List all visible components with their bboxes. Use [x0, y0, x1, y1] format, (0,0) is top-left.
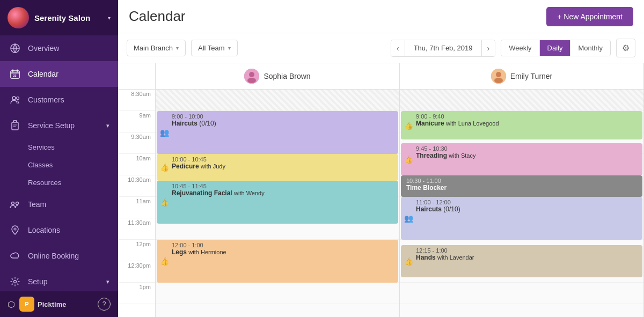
weekly-view-button[interactable]: Weekly [501, 40, 539, 56]
branch-label: Main Branch [134, 44, 173, 52]
sophia-schedule[interactable]: 👥 9:00 - 10:00 Haircuts (0/10) 👍 10:00 -… [156, 90, 400, 317]
daily-view-button[interactable]: Daily [540, 40, 571, 56]
appt-emily-threading-content: 9:45 - 10:30 Threading with Stacy [416, 145, 639, 159]
new-appointment-button[interactable]: + New Appointment [546, 7, 633, 26]
date-prev-button[interactable]: ‹ [391, 40, 405, 56]
sidebar-item-team-label: Team [28, 200, 109, 209]
sidebar-item-resources-label: Resources [28, 179, 61, 187]
sidebar: Serenity Salon ▾ Overview 23 Ca [0, 0, 118, 317]
sidebar-item-online-booking-label: Online Booking [28, 252, 109, 260]
appt-sophia-haircuts-content: 9:00 - 10:00 Haircuts (0/10) [172, 113, 395, 127]
team-dropdown[interactable]: All Team ▾ [191, 40, 238, 56]
appt-sophia-pedicure[interactable]: 👍 10:00 - 10:45 Pedicure with Judy [157, 154, 398, 181]
calendar-icon: 23 [9, 68, 21, 80]
calendar-body: 8:30am 9am 9:30am 10am 10:30am 11am 11:3… [118, 90, 644, 317]
people-icon [9, 198, 21, 211]
main-content: Calendar + New Appointment Main Branch ▾… [118, 0, 644, 317]
date-navigator: ‹ Thu, 7th Feb, 2019 › [391, 40, 495, 57]
sidebar-item-customers[interactable]: Customers [0, 87, 118, 113]
sidebar-item-classes-label: Classes [28, 161, 53, 169]
thumbs-up-hands-icon: 👍 [404, 257, 413, 266]
time-12pm: 12pm [118, 240, 155, 261]
staff-schedules: 👥 9:00 - 10:00 Haircuts (0/10) 👍 10:00 -… [156, 90, 644, 317]
staff-name-sophia: Sophia Brown [264, 72, 310, 80]
appt-sophia-pedicure-content: 10:00 - 10:45 Pedicure with Judy [172, 156, 395, 170]
thumbs-up-legs-icon: 👍 [160, 257, 169, 266]
brand-chevron-icon: ▾ [108, 15, 111, 21]
appt-sophia-legs[interactable]: 👍 12:00 - 1:00 Legs with Hermione [157, 240, 398, 283]
sidebar-footer: ⬡ P Picktime ? [0, 291, 118, 317]
time-930am: 9:30am [118, 132, 155, 154]
calendar-settings-button[interactable]: ⚙ [616, 39, 635, 57]
group-icon: 👥 [160, 128, 169, 137]
sidebar-item-locations-label: Locations [28, 226, 109, 234]
sidebar-item-setup-label: Setup [28, 277, 106, 286]
thumbs-up-icon: 👍 [160, 163, 169, 172]
sidebar-item-setup[interactable]: Setup ▾ [0, 269, 118, 291]
brand-button[interactable]: Serenity Salon ▾ [0, 0, 118, 35]
svg-point-17 [496, 72, 501, 77]
sidebar-item-team[interactable]: Team [0, 191, 118, 217]
calendar-toolbar: Main Branch ▾ All Team ▾ ‹ Thu, 7th Feb,… [118, 33, 644, 63]
branch-dropdown[interactable]: Main Branch ▾ [127, 40, 186, 56]
sidebar-item-services[interactable]: Services [0, 138, 118, 156]
picktime-logo: P Picktime [19, 297, 98, 312]
emily-schedule[interactable]: 👍 9:00 - 9:40 Manicure with Luna Lovegoo… [400, 90, 644, 317]
staff-name-emily: Emily Turner [510, 72, 553, 80]
svg-point-6 [12, 202, 14, 205]
time-1pm: 1pm [118, 283, 155, 304]
brand-name: Serenity Salon [34, 13, 108, 23]
picktime-icon: P [19, 297, 34, 312]
sidebar-item-online-booking[interactable]: Online Booking [0, 243, 118, 269]
service-setup-chevron-icon: ▾ [106, 122, 109, 129]
date-next-button[interactable]: › [482, 40, 495, 56]
help-button[interactable]: ? [98, 298, 111, 311]
thumbs-up-manicure-icon: 👍 [404, 121, 413, 130]
time-830am: 8:30am [118, 90, 155, 111]
appt-emily-blocker[interactable]: 10:30 - 11:00 Time Blocker [401, 175, 642, 197]
page-title: Calendar [129, 8, 546, 25]
svg-text:23: 23 [13, 74, 17, 77]
time-gutter-header [118, 63, 156, 89]
appt-emily-manicure[interactable]: 👍 9:00 - 9:40 Manicure with Luna Lovegoo… [401, 111, 642, 139]
appt-emily-haircuts-content: 11:00 - 12:00 Haircuts (0/10) [416, 199, 639, 213]
sidebar-item-locations[interactable]: Locations [0, 217, 118, 243]
time-1230pm: 12:30pm [118, 261, 155, 283]
sidebar-item-classes[interactable]: Classes [0, 156, 118, 174]
exit-icon[interactable]: ⬡ [8, 299, 15, 309]
monthly-view-button[interactable]: Monthly [570, 40, 610, 56]
svg-point-18 [494, 78, 503, 83]
appt-sophia-legs-content: 12:00 - 1:00 Legs with Hermione [172, 242, 395, 256]
cloud-icon [9, 249, 21, 262]
topbar: Calendar + New Appointment [118, 0, 644, 33]
sidebar-item-calendar[interactable]: 23 Calendar [0, 61, 118, 87]
svg-point-4 [17, 97, 19, 100]
appt-sophia-haircuts[interactable]: 👥 9:00 - 10:00 Haircuts (0/10) [157, 111, 398, 154]
sidebar-item-overview-label: Overview [28, 44, 109, 53]
picktime-text: Picktime [38, 300, 66, 308]
staff-col-emily: Emily Turner [400, 63, 644, 89]
time-1030am: 10:30am [118, 175, 155, 197]
svg-point-9 [14, 281, 17, 283]
thumbs-up-threading-icon: 👍 [404, 155, 413, 164]
time-column: 8:30am 9am 9:30am 10am 10:30am 11am 11:3… [118, 90, 156, 317]
appt-emily-hands[interactable]: 👍 12:15 - 1:00 Hands with Lavendar [401, 245, 642, 277]
calendar-grid: Sophia Brown Emily Turner 8:30am 9am 9 [118, 63, 644, 317]
appt-sophia-facial[interactable]: 👍 10:45 - 11:45 Rejuvanating Facial with… [157, 181, 398, 224]
sidebar-item-overview[interactable]: Overview [0, 35, 118, 61]
svg-point-15 [247, 78, 256, 83]
brand-logo [8, 7, 29, 28]
users-icon [9, 93, 21, 106]
sidebar-nav: Overview 23 Calendar [0, 35, 118, 291]
svg-point-7 [16, 202, 19, 205]
appt-emily-blocker-content: 10:30 - 11:00 Time Blocker [406, 178, 639, 191]
appt-emily-haircuts[interactable]: 👥 11:00 - 12:00 Haircuts (0/10) [401, 197, 642, 240]
sidebar-item-service-setup[interactable]: Service Setup ▾ [0, 113, 118, 138]
time-10am: 10am [118, 154, 155, 175]
team-chevron-icon: ▾ [228, 45, 231, 51]
avatar-sophia [244, 69, 259, 84]
sidebar-item-resources[interactable]: Resources [0, 174, 118, 191]
appt-emily-threading[interactable]: 👍 9:45 - 10:30 Threading with Stacy [401, 143, 642, 175]
svg-point-14 [249, 72, 254, 77]
svg-rect-5 [12, 122, 18, 130]
